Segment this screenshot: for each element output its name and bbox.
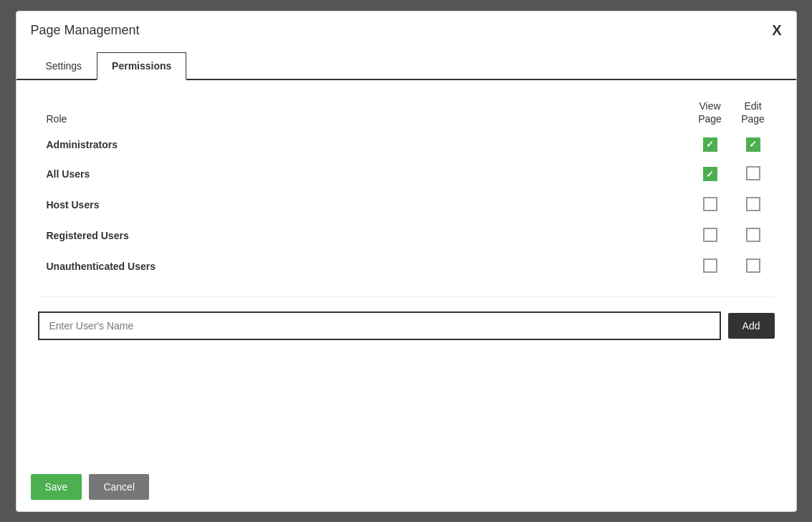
view-page-column-header: View Page <box>689 95 732 130</box>
view-page-checkbox[interactable] <box>703 197 717 211</box>
view-page-checkbox-cell <box>689 190 732 221</box>
edit-page-checkbox[interactable] <box>746 166 760 180</box>
role-name-cell: Registered Users <box>38 221 689 251</box>
close-button[interactable]: X <box>772 23 781 37</box>
save-button[interactable]: Save <box>31 474 82 500</box>
view-page-checkbox[interactable] <box>703 137 717 152</box>
edit-page-column-header: Edit Page <box>732 95 775 130</box>
add-user-section: Add <box>38 311 775 340</box>
edit-page-checkbox[interactable] <box>746 137 760 152</box>
table-row: All Users <box>38 159 775 190</box>
role-name-cell: Unauthenticated Users <box>38 251 689 282</box>
view-page-checkbox-cell <box>689 130 732 159</box>
view-page-checkbox-cell <box>689 221 732 251</box>
view-page-checkbox[interactable] <box>703 228 717 242</box>
tab-permissions[interactable]: Permissions <box>97 52 186 80</box>
modal-body: Settings Permissions Role View Page <box>16 47 796 463</box>
table-row: Host Users <box>38 190 775 221</box>
edit-page-checkbox-cell <box>732 159 775 190</box>
edit-page-checkbox[interactable] <box>746 228 760 242</box>
tab-bar: Settings Permissions <box>16 52 796 80</box>
table-row: Registered Users <box>38 221 775 251</box>
modal-header: Page Management X <box>16 11 796 47</box>
role-name-cell: Host Users <box>38 190 689 221</box>
cancel-button[interactable]: Cancel <box>89 474 149 500</box>
role-name-cell: Administrators <box>38 130 689 159</box>
modal-title: Page Management <box>31 23 140 38</box>
view-page-checkbox-cell <box>689 159 732 190</box>
view-page-checkbox[interactable] <box>703 167 717 181</box>
edit-page-checkbox-cell <box>732 251 775 282</box>
edit-page-checkbox[interactable] <box>746 258 760 273</box>
add-button[interactable]: Add <box>728 313 775 339</box>
role-column-header: Role <box>38 95 689 130</box>
view-page-checkbox[interactable] <box>703 258 717 273</box>
edit-page-checkbox-cell <box>732 130 775 159</box>
edit-page-checkbox-cell <box>732 190 775 221</box>
view-page-checkbox-cell <box>689 251 732 282</box>
permissions-table: Role View Page Edit Page <box>38 95 775 282</box>
role-name-cell: All Users <box>38 159 689 190</box>
edit-page-checkbox[interactable] <box>746 197 760 211</box>
page-management-modal: Page Management X Settings Permissions R… <box>16 11 797 512</box>
tab-settings[interactable]: Settings <box>31 52 97 80</box>
edit-page-checkbox-cell <box>732 221 775 251</box>
user-name-input[interactable] <box>38 311 721 340</box>
permissions-tab-content: Role View Page Edit Page <box>16 80 796 354</box>
modal-footer: Save Cancel <box>16 463 796 511</box>
divider <box>38 296 775 297</box>
table-row: Administrators <box>38 130 775 159</box>
table-row: Unauthenticated Users <box>38 251 775 282</box>
